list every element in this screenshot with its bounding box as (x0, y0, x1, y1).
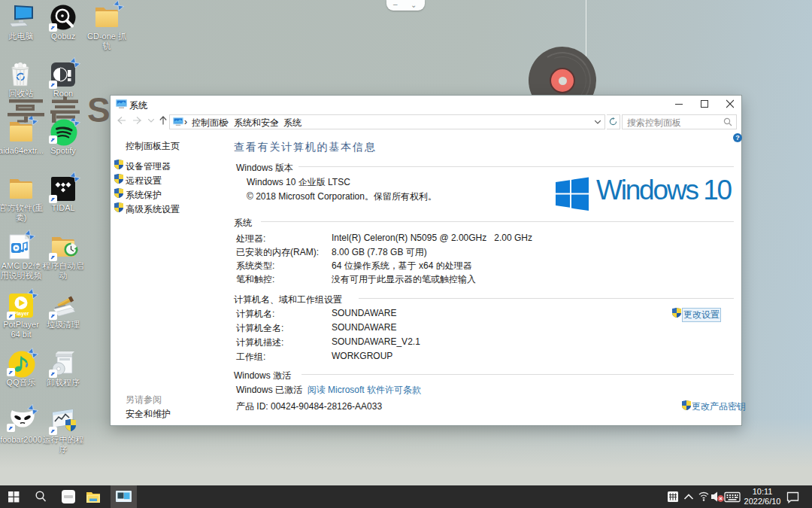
svg-text:S: S (87, 96, 111, 126)
svg-text:Player: Player (13, 311, 29, 317)
